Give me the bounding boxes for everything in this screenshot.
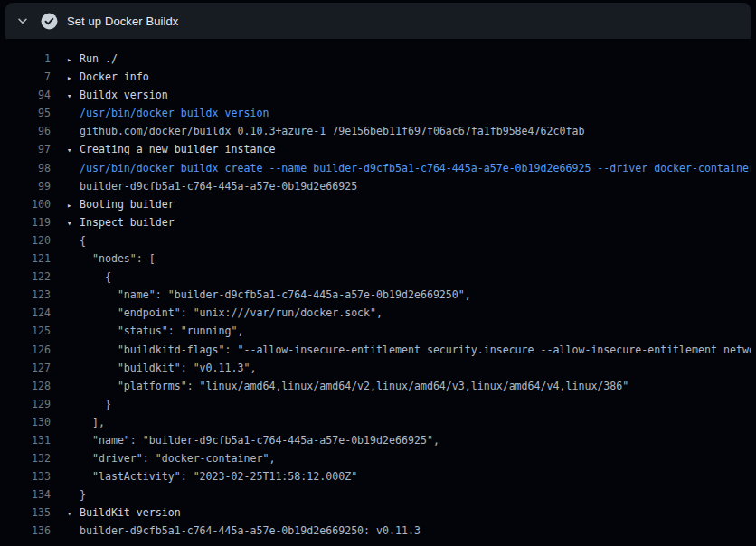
- output-text: "lastActivity": "2023-02-25T11:58:12.000…: [80, 467, 357, 485]
- line-number[interactable]: 125: [5, 322, 51, 340]
- triangle-right-icon[interactable]: ▸: [67, 51, 80, 68]
- line-number[interactable]: 128: [5, 377, 51, 395]
- log-line: 98/usr/bin/docker buildx create --name b…: [5, 159, 751, 177]
- log-lines: 1▸Run ./7▸Docker info94▾Buildx version95…: [5, 39, 751, 541]
- line-number[interactable]: 131: [5, 431, 51, 449]
- log-line: 125 "status": "running",: [5, 322, 751, 340]
- command-text: /usr/bin/docker buildx version: [80, 104, 269, 122]
- log-line: 121 "nodes": [: [5, 249, 751, 268]
- log-group-row[interactable]: 119▾Inspect builder: [5, 213, 751, 231]
- log-line: 122 {: [5, 268, 751, 286]
- group-title: Buildx version: [80, 86, 168, 104]
- output-text: ],: [80, 413, 105, 431]
- log-line: 134}: [5, 485, 751, 504]
- log-group-row[interactable]: 100▸Booting builder: [5, 195, 751, 213]
- status-success-icon: [41, 13, 58, 30]
- log-line: 129 }: [5, 395, 751, 413]
- triangle-down-icon[interactable]: ▾: [67, 87, 80, 104]
- log-line: 132 "driver": "docker-container",: [5, 449, 751, 467]
- log-line: 96github.com/docker/buildx 0.10.3+azure-…: [5, 122, 751, 140]
- log-line: 136builder-d9cfb5a1-c764-445a-a57e-0b19d…: [5, 522, 751, 540]
- line-number[interactable]: 1: [5, 50, 51, 68]
- collapse-step-button[interactable]: [14, 12, 32, 30]
- output-text: "endpoint": "unix:///var/run/docker.sock…: [80, 304, 383, 322]
- line-number[interactable]: 126: [5, 341, 51, 359]
- group-title: Booting builder: [80, 195, 175, 213]
- line-number[interactable]: 96: [5, 122, 51, 140]
- group-title: Creating a new builder instance: [80, 140, 275, 158]
- output-text: builder-d9cfb5a1-c764-445a-a57e-0b19d2e6…: [80, 522, 421, 540]
- line-number[interactable]: 122: [5, 268, 51, 286]
- output-text: "name": "builder-d9cfb5a1-c764-445a-a57e…: [80, 286, 471, 304]
- line-number[interactable]: 100: [5, 195, 51, 213]
- output-text: "buildkitd-flags": "--allow-insecure-ent…: [80, 341, 751, 359]
- output-text: "name": "builder-d9cfb5a1-c764-445a-a57e…: [80, 431, 439, 449]
- line-number[interactable]: 94: [5, 86, 51, 104]
- log-line: 120{: [5, 231, 751, 249]
- log-step-container: Set up Docker Buildx 1▸Run ./7▸Docker in…: [5, 3, 751, 546]
- log-group-row[interactable]: 7▸Docker info: [5, 68, 751, 86]
- line-number[interactable]: 134: [5, 485, 51, 504]
- step-title: Set up Docker Buildx: [67, 14, 178, 28]
- log-line: 99builder-d9cfb5a1-c764-445a-a57e-0b19d2…: [5, 177, 751, 195]
- output-text: github.com/docker/buildx 0.10.3+azure-1 …: [80, 122, 584, 140]
- log-group-row[interactable]: 97▾Creating a new builder instance: [5, 140, 751, 158]
- output-text: }: [80, 485, 86, 504]
- triangle-down-icon[interactable]: ▾: [67, 141, 80, 158]
- log-line: 130 ],: [5, 413, 751, 431]
- triangle-right-icon[interactable]: ▸: [67, 196, 80, 213]
- triangle-down-icon[interactable]: ▾: [67, 504, 80, 522]
- log-line: 124 "endpoint": "unix:///var/run/docker.…: [5, 304, 751, 322]
- line-number[interactable]: 133: [5, 467, 51, 485]
- output-text: "buildkit": "v0.11.3",: [80, 359, 256, 377]
- log-line: 131 "name": "builder-d9cfb5a1-c764-445a-…: [5, 431, 751, 449]
- line-number[interactable]: 127: [5, 359, 51, 377]
- line-number[interactable]: 135: [5, 504, 51, 522]
- log-line: 133 "lastActivity": "2023-02-25T11:58:12…: [5, 467, 751, 485]
- output-text: {: [80, 231, 86, 249]
- log-line: 126 "buildkitd-flags": "--allow-insecure…: [5, 341, 751, 359]
- log-group-row[interactable]: 94▾Buildx version: [5, 86, 751, 104]
- line-number[interactable]: 99: [5, 177, 51, 195]
- log-line: 127 "buildkit": "v0.11.3",: [5, 359, 751, 377]
- triangle-down-icon[interactable]: ▾: [67, 214, 80, 231]
- line-number[interactable]: 97: [5, 140, 51, 158]
- log-line: 95/usr/bin/docker buildx version: [5, 104, 751, 122]
- group-title: BuildKit version: [80, 504, 181, 522]
- output-text: "driver": "docker-container",: [80, 449, 275, 467]
- output-text: builder-d9cfb5a1-c764-445a-a57e-0b19d2e6…: [80, 177, 357, 195]
- line-number[interactable]: 132: [5, 449, 51, 467]
- log-group-row[interactable]: 135▾BuildKit version: [5, 504, 751, 522]
- line-number[interactable]: 136: [5, 522, 51, 540]
- line-number[interactable]: 129: [5, 395, 51, 413]
- line-number[interactable]: 95: [5, 104, 51, 122]
- step-header[interactable]: Set up Docker Buildx: [5, 3, 751, 39]
- line-number[interactable]: 130: [5, 413, 51, 431]
- chevron-down-icon: [16, 14, 29, 27]
- log-line: 123 "name": "builder-d9cfb5a1-c764-445a-…: [5, 286, 751, 304]
- output-text: "nodes": [: [80, 249, 156, 268]
- line-number[interactable]: 121: [5, 249, 51, 268]
- line-number[interactable]: 119: [5, 213, 51, 231]
- group-title: Run ./: [80, 50, 118, 68]
- line-number[interactable]: 98: [5, 159, 51, 177]
- group-title: Inspect builder: [80, 213, 175, 231]
- output-text: }: [80, 395, 111, 413]
- output-text: {: [80, 268, 111, 286]
- group-title: Docker info: [80, 68, 149, 86]
- log-line: 128 "platforms": "linux/amd64,linux/amd6…: [5, 377, 751, 395]
- line-number[interactable]: 123: [5, 286, 51, 304]
- line-number[interactable]: 124: [5, 304, 51, 322]
- output-text: "platforms": "linux/amd64,linux/amd64/v2…: [80, 377, 628, 395]
- line-number[interactable]: 7: [5, 68, 51, 86]
- line-number[interactable]: 120: [5, 231, 51, 249]
- output-text: "status": "running",: [80, 322, 243, 340]
- log-group-row[interactable]: 1▸Run ./: [5, 50, 751, 68]
- command-text: /usr/bin/docker buildx create --name bui…: [80, 159, 751, 177]
- triangle-right-icon[interactable]: ▸: [67, 69, 80, 86]
